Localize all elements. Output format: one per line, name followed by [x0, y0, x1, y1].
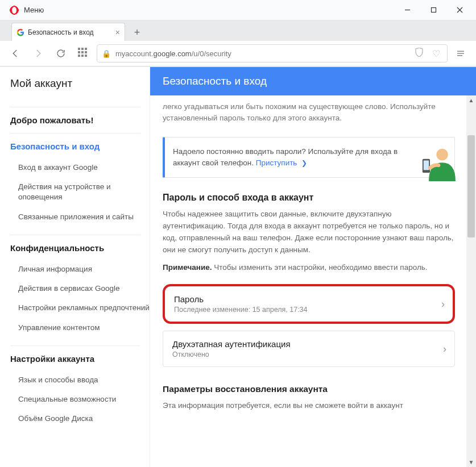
phone-banner-link[interactable]: Приступить — [256, 159, 297, 167]
page-content: Мой аккаунт Добро пожаловать! Безопаснос… — [0, 66, 476, 467]
sidebar-item-language[interactable]: Язык и способы ввода — [10, 370, 150, 390]
sidebar-item-accessibility[interactable]: Специальные возможности — [10, 390, 150, 409]
sidebar-section-security[interactable]: Безопасность и вход — [10, 141, 150, 151]
svg-rect-1 — [431, 8, 436, 12]
scrollbar-thumb[interactable] — [467, 135, 475, 237]
signin-section-note: Примечание. Чтобы изменить эти настройки… — [150, 260, 466, 277]
twostep-row-subtitle: Отключено — [172, 351, 432, 358]
sidebar-title: Мой аккаунт — [10, 77, 150, 90]
password-row[interactable]: Пароль Последнее изменение: 15 апреля, 1… — [163, 284, 455, 324]
twostep-row-title: Двухэтапная аутентификация — [172, 339, 432, 349]
sidebar-item-connected-apps[interactable]: Связанные приложения и сайты — [10, 207, 150, 227]
recovery-heading: Параметры восстановления аккаунта — [150, 367, 466, 398]
browser-tab[interactable]: Безопасность и вход × — [11, 23, 125, 41]
url-text: myaccount.google.com/u/0/security — [115, 49, 408, 58]
opera-icon — [9, 5, 19, 15]
google-favicon-icon — [16, 28, 24, 36]
scroll-down-icon[interactable]: ▼ — [466, 457, 476, 467]
chevron-right-icon: ❯ — [301, 159, 307, 167]
heart-icon[interactable]: ♡ — [430, 48, 442, 59]
lock-icon: 🔒 — [102, 49, 111, 58]
sidebar-item-drive-storage[interactable]: Объём Google Диска — [10, 409, 150, 428]
new-tab-button[interactable]: + — [129, 24, 146, 41]
sidebar-welcome[interactable]: Добро пожаловать! — [10, 115, 150, 125]
shield-icon[interactable] — [413, 48, 425, 59]
toolbar-menu-button[interactable] — [451, 44, 470, 63]
chevron-right-icon: › — [441, 298, 445, 310]
close-button[interactable] — [446, 0, 473, 20]
phone-illustration-icon — [413, 139, 456, 181]
url-field[interactable]: 🔒 myaccount.google.com/u/0/security ♡ — [97, 44, 448, 62]
minimize-button[interactable] — [394, 0, 420, 20]
signin-section-desc: Чтобы надежнее защитить свои данные, вкл… — [150, 206, 466, 260]
sidebar-item-content-mgmt[interactable]: Управление контентом — [10, 318, 150, 337]
reload-button[interactable] — [51, 44, 71, 63]
recovery-desc: Эта информация потребуется, если вы не с… — [150, 398, 466, 415]
close-tab-icon[interactable]: × — [115, 28, 120, 37]
sidebar-item-device-activity[interactable]: Действия на устройстве и оповещения — [10, 177, 150, 207]
signin-section-heading: Пароль и способ входа в аккаунт — [150, 186, 466, 206]
intro-text: легко угадываться или быть похожим на су… — [150, 95, 466, 129]
sidebar-item-activity[interactable]: Действия в сервисах Google — [10, 279, 150, 298]
twostep-row[interactable]: Двухэтапная аутентификация Отключено › — [163, 331, 455, 367]
svg-point-7 — [436, 148, 448, 160]
window-titlebar: Меню — [0, 0, 476, 20]
sidebar-item-personal-info[interactable]: Личная информация — [10, 260, 150, 279]
phone-signin-banner: Надоело постоянно вводить пароли? Исполь… — [163, 137, 455, 178]
tab-strip: Безопасность и вход × + — [0, 20, 476, 41]
back-button[interactable] — [6, 44, 25, 63]
sidebar-item-signin[interactable]: Вход в аккаунт Google — [10, 158, 150, 177]
sidebar-section-account[interactable]: Настройки аккаунта — [10, 354, 150, 364]
main-panel: Безопасность и вход легко угадываться ил… — [150, 67, 476, 467]
password-row-title: Пароль — [174, 294, 430, 304]
svg-rect-9 — [424, 160, 429, 170]
tab-title: Безопасность и вход — [28, 28, 94, 36]
main-scroll: легко угадываться или быть похожим на су… — [150, 95, 476, 467]
page-title: Безопасность и вход — [150, 67, 476, 95]
sidebar-section-privacy[interactable]: Конфиденциальность — [10, 243, 150, 253]
scroll-up-icon[interactable]: ▲ — [466, 95, 476, 105]
address-bar: 🔒 myaccount.google.com/u/0/security ♡ — [0, 41, 476, 66]
speed-dial-button[interactable] — [74, 44, 93, 63]
maximize-button[interactable] — [420, 0, 446, 20]
menu-button[interactable]: Меню — [24, 6, 44, 14]
vertical-scrollbar[interactable]: ▲ ▼ — [466, 95, 476, 467]
account-sidebar: Мой аккаунт Добро пожаловать! Безопаснос… — [0, 67, 150, 467]
chevron-right-icon: › — [443, 343, 446, 355]
password-row-subtitle: Последнее изменение: 15 апреля, 17:34 — [174, 306, 430, 314]
sidebar-item-ad-settings[interactable]: Настройки рекламных предпочтений — [10, 298, 150, 318]
forward-button[interactable] — [28, 44, 48, 63]
